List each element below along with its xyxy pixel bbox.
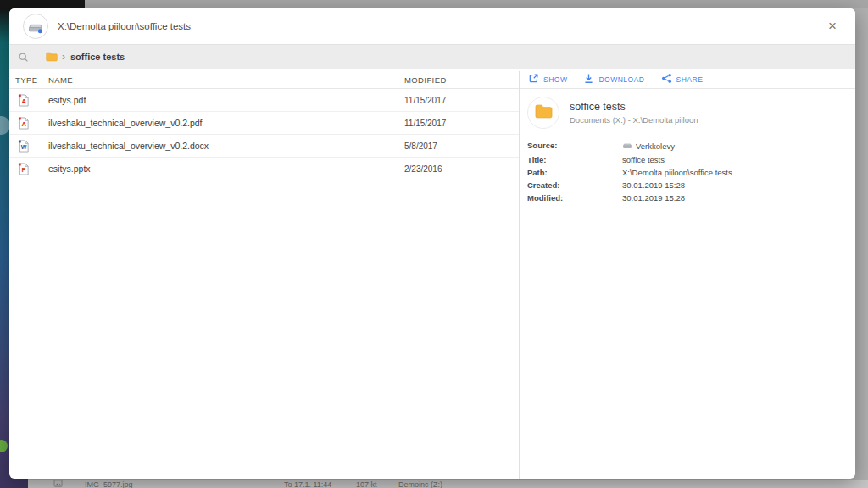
created-value: 30.01.2019 15:28 (622, 181, 685, 190)
background-file-row: IMG_5977.jpg To 17.1. 11:44 107 kt Demoi… (28, 480, 868, 488)
file-modified: 11/15/2017 (404, 119, 519, 128)
file-modified: 2/23/2016 (404, 164, 519, 174)
file-modified: 11/15/2017 (404, 96, 519, 105)
path-value: X:\Demolta piiloon\soffice tests (622, 169, 732, 177)
dialog-header: X:\Demolta piiloon\soffice tests × (9, 8, 855, 44)
share-button[interactable]: SHARE (661, 73, 704, 86)
show-button[interactable]: SHOW (528, 73, 567, 86)
source-value: Verkkolevy (636, 142, 675, 151)
close-icon[interactable]: × (823, 17, 842, 36)
dialog-content: TYPE NAME MODIFIED A esitys.pdf 11/15/20… (9, 71, 855, 479)
file-modified: 5/8/2017 (404, 141, 519, 151)
file-name: ilveshaku_technical_overview_v0.2.docx (48, 141, 404, 151)
metadata-list: Source: Verkkolevy Title: soffice tests … (527, 141, 855, 202)
folder-icon (535, 104, 553, 122)
open-in-new-icon (528, 73, 539, 86)
metadata-row: Title: soffice tests (527, 156, 855, 164)
metadata-label: Title: (527, 156, 622, 164)
metadata-label: Created: (527, 181, 622, 190)
svg-text:W: W (21, 144, 27, 150)
column-header-name: NAME (48, 75, 404, 85)
breadcrumb-current-folder[interactable]: soffice tests (70, 52, 125, 62)
background-file-size: 107 kt (356, 480, 377, 488)
metadata-row: Path: X:\Demolta piiloon\soffice tests (527, 169, 855, 177)
dialog-title: X:\Demolta piiloon\soffice tests (58, 21, 191, 31)
background-dark-header (0, 0, 85, 8)
background-file-list: IMG_5977.jpg To 17.1. 11:44 107 kt Demoi… (28, 480, 868, 488)
selected-item-summary: soffice tests Documents (X:) - X:\Demolt… (527, 97, 855, 129)
file-browser-dialog: X:\Demolta piiloon\soffice tests × › sof… (9, 8, 855, 479)
file-list-pane: TYPE NAME MODIFIED A esitys.pdf 11/15/20… (9, 71, 520, 479)
share-label: SHARE (676, 75, 704, 84)
svg-text:A: A (21, 120, 26, 128)
search-icon[interactable] (18, 52, 29, 63)
pdf-file-icon: A (9, 117, 48, 130)
background-toolbar (85, 0, 868, 8)
network-drive-icon (622, 141, 632, 152)
share-icon (661, 73, 672, 86)
metadata-row: Modified: 30.01.2019 15:28 (527, 194, 855, 202)
file-name: esitys.pptx (48, 164, 404, 174)
chevron-right-icon: › (62, 51, 65, 63)
title-value: soffice tests (622, 156, 665, 164)
table-row[interactable]: A ilveshaku_technical_overview_v0.2.pdf … (9, 112, 519, 135)
show-label: SHOW (543, 75, 567, 84)
detail-pane: SHOW DOWNLOAD SHARE soffic (520, 71, 855, 479)
folder-avatar (527, 97, 559, 129)
selected-item-location: Documents (X:) - X:\Demolta piiloon (570, 115, 698, 125)
svg-text:A: A (21, 97, 26, 105)
selected-item-title: soffice tests (570, 101, 698, 113)
download-button[interactable]: DOWNLOAD (583, 73, 644, 86)
background-file-location: Demoinc (Z:) (398, 480, 442, 488)
table-row[interactable]: A esitys.pdf 11/15/2017 (9, 89, 519, 112)
background-file-name: IMG_5977.jpg (85, 480, 133, 488)
column-header-type: TYPE (9, 75, 48, 85)
modified-value: 30.01.2019 15:28 (622, 194, 685, 202)
column-header-modified: MODIFIED (404, 75, 519, 85)
background-file-date: To 17.1. 11:44 (284, 480, 331, 488)
download-icon (583, 73, 594, 86)
breadcrumb: › soffice tests (9, 44, 855, 69)
table-row[interactable]: P esitys.pptx 2/23/2016 (9, 158, 519, 180)
metadata-value: Verkkolevy (622, 141, 675, 152)
metadata-label: Path: (527, 169, 622, 177)
metadata-row: Created: 30.01.2019 15:28 (527, 181, 855, 190)
table-row[interactable]: W ilveshaku_technical_overview_v0.2.docx… (9, 135, 519, 158)
selected-item-text: soffice tests Documents (X:) - X:\Demolt… (570, 101, 698, 125)
download-label: DOWNLOAD (598, 75, 644, 84)
action-toolbar: SHOW DOWNLOAD SHARE (520, 71, 855, 89)
metadata-row: Source: Verkkolevy (527, 141, 855, 152)
network-drive-icon (23, 14, 48, 39)
table-header: TYPE NAME MODIFIED (9, 71, 519, 89)
file-name: ilveshaku_technical_overview_v0.2.pdf (48, 118, 404, 128)
word-file-icon: W (9, 140, 48, 152)
metadata-label: Source: (527, 141, 622, 150)
pdf-file-icon: A (9, 94, 48, 107)
metadata-label: Modified: (527, 194, 622, 202)
background-green-dot (0, 440, 8, 452)
image-file-icon (53, 480, 63, 488)
folder-icon (46, 52, 58, 62)
file-name: esitys.pdf (48, 95, 404, 105)
powerpoint-file-icon: P (9, 163, 48, 175)
svg-text:P: P (22, 166, 26, 174)
